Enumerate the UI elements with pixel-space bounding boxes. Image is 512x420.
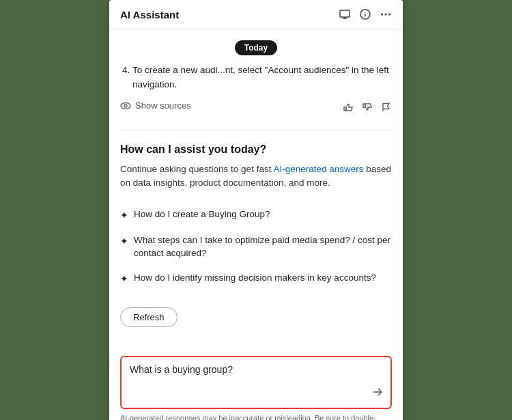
show-sources[interactable]: Show sources — [120, 100, 191, 111]
message-list-item: To create a new audi...nt, select "Accou… — [132, 64, 392, 92]
suggestion-text-2: What steps can I take to optimize paid m… — [134, 234, 392, 260]
svg-rect-0 — [340, 10, 350, 17]
svg-rect-12 — [363, 104, 365, 108]
svg-rect-11 — [344, 107, 346, 111]
info-icon[interactable] — [359, 8, 371, 20]
panel-header: AI Assistant — [109, 0, 403, 29]
input-box-wrapper — [120, 356, 392, 409]
svg-point-6 — [381, 14, 383, 16]
svg-point-8 — [388, 14, 390, 16]
flag-icon[interactable] — [381, 102, 392, 115]
assist-sub: Continue asking questions to get fast AI… — [120, 163, 392, 191]
suggestion-text-3: How do I identify missing decision maker… — [134, 271, 376, 285]
screen-icon[interactable] — [339, 8, 351, 20]
more-options-icon[interactable] — [380, 8, 392, 20]
spark-icon-1: ✦ — [120, 208, 128, 222]
suggestion-item[interactable]: ✦ What steps can I take to optimize paid… — [120, 228, 392, 266]
prior-message: To create a new audi...nt, select "Accou… — [120, 64, 392, 92]
spark-icon-3: ✦ — [120, 272, 128, 285]
panel-title: AI Assistant — [120, 9, 339, 20]
disclaimer-text: AI-generated responses may be inaccurate… — [120, 413, 392, 420]
svg-point-9 — [121, 102, 130, 109]
suggestion-item[interactable]: ✦ How do I create a Buying Group? — [120, 202, 392, 227]
refresh-button[interactable]: Refresh — [120, 307, 177, 327]
spark-icon-2: ✦ — [120, 234, 128, 248]
eye-icon — [120, 100, 131, 111]
suggestion-item[interactable]: ✦ How do I identify missing decision mak… — [120, 266, 392, 291]
svg-point-10 — [124, 104, 127, 107]
send-button[interactable] — [371, 386, 384, 401]
assist-heading: How can I assist you today? — [120, 143, 392, 156]
chat-input[interactable] — [130, 364, 382, 398]
svg-point-5 — [365, 12, 366, 13]
thumbs-down-icon[interactable] — [362, 102, 373, 115]
section-divider — [120, 130, 392, 131]
ai-answers-link[interactable]: AI-generated answers — [273, 164, 363, 174]
chat-content: Today To create a new audi...nt, select … — [109, 29, 403, 349]
header-icons — [339, 8, 392, 20]
svg-point-7 — [385, 14, 387, 16]
show-sources-label: Show sources — [135, 100, 191, 111]
suggestion-text-1: How do I create a Buying Group? — [134, 208, 270, 221]
suggestion-list: ✦ How do I create a Buying Group? ✦ What… — [120, 202, 392, 291]
ai-assistant-panel: AI Assistant — [109, 0, 403, 420]
thumbs-up-icon[interactable] — [343, 102, 354, 115]
feedback-row — [343, 102, 392, 115]
input-area: AI-generated responses may be inaccurate… — [109, 349, 403, 420]
today-badge-wrapper: Today — [120, 40, 392, 55]
today-badge: Today — [235, 40, 277, 55]
